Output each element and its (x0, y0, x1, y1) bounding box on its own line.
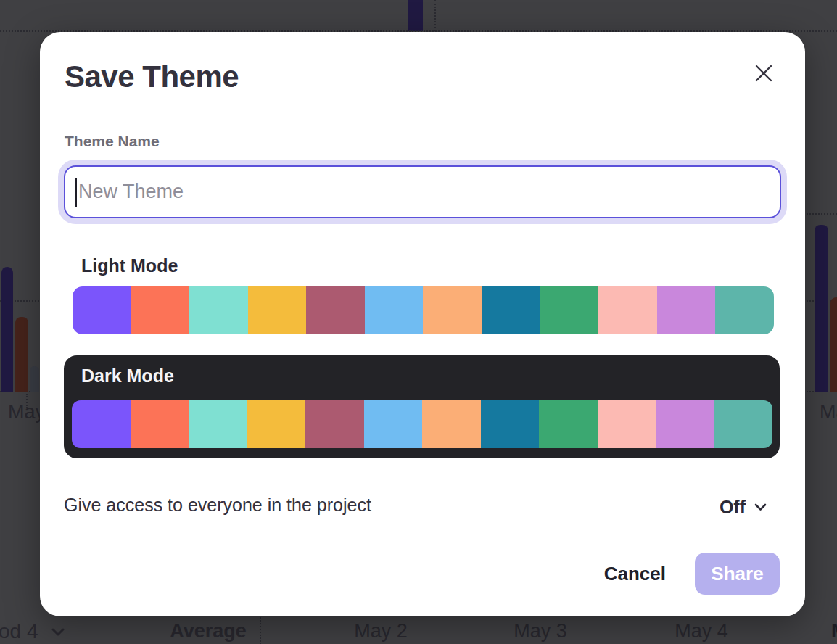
background-bar (1, 267, 13, 392)
palette-swatch (189, 400, 247, 448)
chevron-down-icon (754, 503, 767, 511)
background-gridline (804, 213, 837, 215)
dark-mode-label: Dark Mode (81, 366, 174, 387)
period-dropdown-label: od 4 (0, 620, 38, 643)
axis-label: M (831, 620, 837, 643)
palette-swatch (656, 400, 714, 448)
cancel-button[interactable]: Cancel (604, 563, 666, 585)
background-bar (408, 0, 423, 31)
palette-swatch (248, 286, 307, 334)
dark-mode-card: Dark Mode (64, 355, 780, 458)
palette-swatch (715, 286, 774, 334)
text-caret (75, 178, 77, 207)
palette-swatch (364, 400, 423, 448)
theme-name-label: Theme Name (65, 133, 160, 150)
light-mode-palette (73, 286, 774, 334)
background-bar (15, 317, 28, 392)
background-gridline (434, 0, 436, 31)
palette-swatch (423, 286, 482, 334)
save-theme-dialog: Save Theme Theme Name Light Mode Dark Mo… (40, 32, 805, 616)
axis-label: May 2 (354, 620, 408, 643)
chevron-down-icon (51, 628, 65, 636)
close-icon (754, 64, 773, 83)
axis-label: May 3 (514, 620, 567, 643)
palette-swatch (539, 400, 598, 448)
palette-swatch (598, 286, 657, 334)
palette-swatch (365, 286, 424, 334)
close-button[interactable] (749, 59, 778, 88)
palette-swatch (189, 286, 248, 334)
palette-swatch (131, 400, 189, 448)
theme-name-input[interactable] (64, 165, 781, 218)
access-dropdown-value: Off (720, 497, 746, 518)
palette-swatch (481, 400, 540, 448)
palette-swatch (598, 400, 656, 448)
axis-label: Ma (820, 401, 837, 424)
access-dropdown[interactable]: Off (720, 493, 767, 521)
dialog-title: Save Theme (65, 59, 239, 94)
palette-swatch (540, 286, 599, 334)
light-mode-label: Light Mode (81, 255, 178, 276)
axis-label: Average (170, 620, 247, 643)
palette-swatch (131, 286, 190, 334)
palette-swatch (657, 286, 716, 334)
palette-swatch (714, 400, 773, 448)
background-bar (30, 366, 39, 392)
access-label: Give access to everyone in the project (64, 495, 371, 516)
axis-label: May 4 (675, 620, 728, 643)
period-dropdown: od 4 (0, 620, 65, 643)
palette-swatch (306, 286, 365, 334)
dark-mode-palette (72, 400, 772, 448)
palette-swatch (73, 286, 131, 334)
palette-swatch (482, 286, 540, 334)
background-bar (830, 297, 837, 392)
share-button[interactable]: Share (695, 553, 780, 595)
dialog-footer: Cancel Share (604, 553, 780, 595)
background-bar (815, 225, 828, 392)
palette-swatch (305, 400, 364, 448)
palette-swatch (422, 400, 481, 448)
palette-swatch (72, 400, 131, 448)
background-separator (260, 615, 261, 644)
palette-swatch (247, 400, 306, 448)
